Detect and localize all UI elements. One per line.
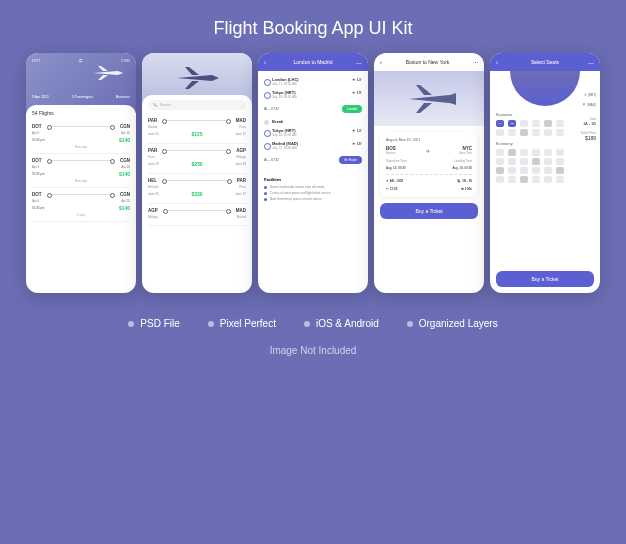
seat[interactable]	[496, 129, 504, 136]
status-pill: Landed	[342, 105, 362, 113]
back-icon[interactable]: ‹	[264, 59, 266, 65]
flight-card[interactable]: PARAGP ParisMálaga June 23$230June 23	[148, 144, 246, 174]
class-label: Business	[116, 95, 130, 99]
pin-icon: 📍	[582, 103, 586, 107]
feature-item: iOS & Android	[304, 318, 379, 329]
flight-number: AL - 6732	[264, 158, 279, 162]
seat[interactable]	[508, 176, 516, 183]
seat[interactable]	[520, 129, 528, 136]
flight-card[interactable]: PARMAD MadridParis June 15$125June 17	[148, 114, 246, 144]
seat[interactable]	[544, 149, 552, 156]
seat[interactable]	[520, 158, 528, 165]
date-label: 9 Apr 2021	[32, 95, 49, 99]
seat[interactable]	[532, 176, 540, 183]
more-icon[interactable]: ⋯	[588, 59, 594, 66]
header: ‹ London to Madrid ⋯	[258, 53, 368, 71]
flight-badge: ✈ AB - 1003	[386, 179, 403, 183]
from-code: DOT	[32, 58, 40, 63]
seat[interactable]	[496, 167, 504, 174]
flight-card[interactable]: DOTCGN Apr 9Apr 10 05:30 pm$140 Non-stop	[32, 120, 130, 154]
page-title: Flight Booking App UI Kit	[0, 0, 626, 53]
seat[interactable]	[544, 120, 552, 127]
feature-item: PSD File	[128, 318, 179, 329]
seat-badge: 💺 2B - 39	[457, 179, 472, 183]
seat[interactable]	[520, 149, 528, 156]
features-list: PSD File Pixel Perfect iOS & Android Org…	[0, 293, 626, 341]
seat[interactable]	[532, 120, 540, 127]
back-icon[interactable]: ‹	[380, 59, 382, 65]
seat[interactable]: 1B	[508, 120, 516, 127]
seat[interactable]	[544, 167, 552, 174]
facilities-heading: Facilities	[264, 177, 362, 182]
seat[interactable]: 1A	[496, 120, 504, 127]
screen-flight-list: DOT ⇄ CGN 9 Apr 2021 1 Passengers Busine…	[26, 53, 136, 293]
flight-card[interactable]: HELPAR HelsinkiParis June 25$330June 27	[148, 174, 246, 204]
screen-flight-status: ‹ London to Madrid ⋯ London (LHC) July, …	[258, 53, 368, 293]
header: ‹ Select Seats ⋯	[490, 53, 600, 71]
seat[interactable]	[556, 129, 564, 136]
facility-item: Donec malesuada mauris vitae elit mattis	[264, 185, 362, 189]
status-pill: En Route	[339, 156, 362, 164]
seat-grid-economy	[496, 149, 566, 183]
seat[interactable]	[508, 129, 516, 136]
seat[interactable]	[496, 158, 504, 165]
flight-card[interactable]: DOTCGN Apr 9Apr 10 05:30 pm$140 1 stop	[32, 188, 130, 222]
plane-icon: ✈	[584, 93, 587, 97]
business-label: Business	[496, 112, 566, 117]
weather-icon: ☀	[352, 141, 356, 146]
weather-icon: ☀	[352, 90, 356, 95]
timeline-stop: Tokyo (NRT) July, 18. 06:00 AM ☀ 19°	[264, 90, 362, 99]
ticket-card: August, Mon 19, 2021 BOS Boston ✈ NYC Ne…	[380, 132, 478, 197]
seat[interactable]	[520, 167, 528, 174]
timeline-stop: London (LHC) July, 17. 08:30 AM ☀ 14°	[264, 77, 362, 86]
seat[interactable]	[532, 129, 540, 136]
seat[interactable]	[508, 149, 516, 156]
plane-icon: ✈	[426, 148, 430, 154]
seat[interactable]	[544, 129, 552, 136]
seat[interactable]	[556, 176, 564, 183]
back-icon[interactable]: ‹	[496, 59, 498, 65]
screen-search-results: 🔍 Search PARMAD MadridParis June 15$125J…	[142, 53, 252, 293]
hero-plane-image	[374, 71, 484, 126]
buy-ticket-button[interactable]: Buy a Ticket	[496, 271, 594, 287]
flight-card[interactable]: AGPMAD MálagaMadrid	[148, 204, 246, 226]
buy-ticket-button[interactable]: Buy a Ticket	[380, 203, 478, 219]
search-input[interactable]: 🔍 Search	[148, 100, 246, 110]
page-title: Select Seats	[531, 59, 559, 65]
more-icon[interactable]: ⋯	[356, 59, 362, 66]
weather-icon: ☀	[352, 77, 356, 82]
duration-badge: ⏱ 12:03	[386, 187, 397, 191]
seat[interactable]	[556, 158, 564, 165]
flight-number: AL - 6732	[264, 107, 279, 111]
flight-card[interactable]: DOTCGN Apr 9Apr 10 05:30 pm$140 Non-stop	[32, 154, 130, 188]
seat[interactable]	[532, 149, 540, 156]
seat[interactable]	[544, 158, 552, 165]
disclaimer: Image Not Included	[0, 341, 626, 356]
seat[interactable]	[520, 120, 528, 127]
seat[interactable]	[508, 167, 516, 174]
seat[interactable]	[556, 149, 564, 156]
seat[interactable]	[556, 120, 564, 127]
screen-ticket-detail: ‹ Boston to New York ⋯ August, Mon 19, 2…	[374, 53, 484, 293]
seat[interactable]	[556, 167, 564, 174]
seat[interactable]	[508, 158, 516, 165]
seat[interactable]	[532, 167, 540, 174]
facility-item: Nam fermentum, purus sit amet rutrum	[264, 197, 362, 201]
route-title: London to Madrid	[294, 59, 333, 65]
meal-badge: 🍽 4 Min	[461, 187, 472, 191]
more-icon[interactable]: ⋯	[473, 59, 478, 65]
facility-item: Cursus sit amet ipsum sed flight ticket …	[264, 191, 362, 195]
seat[interactable]	[520, 176, 528, 183]
airplane-icon	[88, 63, 128, 83]
seat[interactable]	[496, 149, 504, 156]
results-count: 54 Flights	[32, 110, 130, 120]
seat[interactable]	[544, 176, 552, 183]
hero-image: DOT ⇄ CGN 9 Apr 2021 1 Passengers Busine…	[26, 53, 136, 113]
weather-icon: ☀	[352, 128, 356, 133]
seat[interactable]	[532, 158, 540, 165]
seat[interactable]	[496, 176, 504, 183]
screens-container: DOT ⇄ CGN 9 Apr 2021 1 Passengers Busine…	[0, 53, 626, 293]
timeline-stop: Madrid (MAD) July, 22. 06:00 AM ☀ 16°	[264, 141, 362, 150]
feature-item: Organized Layers	[407, 318, 498, 329]
break-label: Break	[264, 115, 362, 128]
